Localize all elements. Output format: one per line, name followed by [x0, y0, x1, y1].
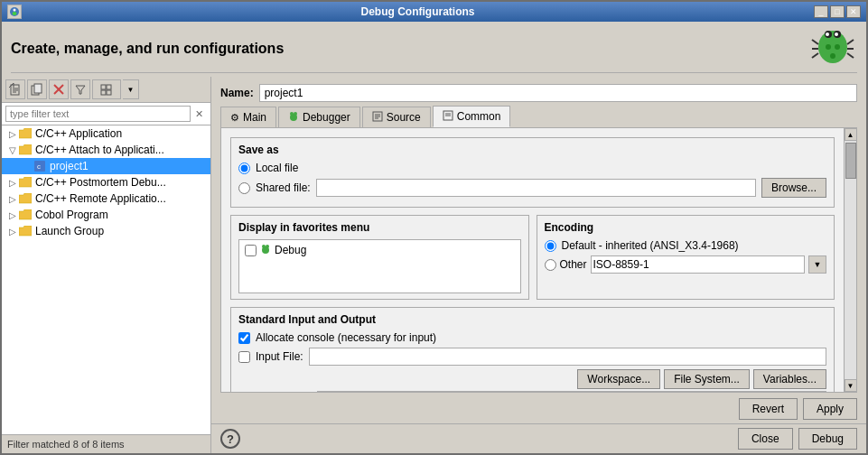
folder-icon-launch-group: [18, 225, 33, 237]
debug-icon-in-list: [260, 244, 271, 256]
favorites-debug-item: Debug: [241, 242, 518, 258]
tabs-bar: ⚙ Main Debugger Source: [211, 106, 866, 127]
window-header: Create, manage, and run configurations: [2, 22, 866, 72]
tree-item-launch-group[interactable]: ▷ Launch Group: [2, 223, 210, 239]
allocate-console-checkbox[interactable]: [238, 332, 250, 344]
tab-debugger[interactable]: Debugger: [278, 107, 360, 127]
tree-toggle-cpp-app[interactable]: ▷: [9, 129, 18, 139]
favorites-list: Debug: [238, 239, 521, 293]
input-filesystem-button[interactable]: File System...: [664, 369, 750, 389]
tree-item-cpp-postmortem[interactable]: ▷ C/C++ Postmortem Debu...: [2, 174, 210, 190]
folder-icon-cobol: [18, 209, 33, 221]
encoding-dropdown-arrow[interactable]: ▼: [808, 255, 826, 274]
window-icon: [7, 5, 22, 19]
folder-icon-cpp-attach: [18, 144, 33, 156]
tab-source[interactable]: Source: [362, 107, 431, 127]
close-button[interactable]: ✕: [846, 5, 861, 18]
svg-line-16: [847, 53, 854, 58]
encoding-other-input[interactable]: [591, 255, 805, 274]
svg-point-38: [290, 112, 294, 116]
duplicate-config-button[interactable]: [27, 79, 47, 99]
form-scroll-wrapper: Save as Local file Shared file: Browse..…: [220, 127, 857, 393]
bottom-right: Close Debug: [738, 428, 857, 450]
shared-file-label: Shared file:: [256, 181, 311, 194]
maximize-button[interactable]: □: [830, 5, 845, 18]
scroll-down-button[interactable]: ▼: [845, 379, 857, 392]
std-io-title: Standard Input and Output: [238, 313, 826, 326]
tab-common[interactable]: Common: [433, 106, 511, 127]
tab-main[interactable]: ⚙ Main: [220, 107, 276, 127]
tab-main-label: Main: [243, 111, 266, 124]
shared-file-radio[interactable]: [238, 182, 250, 194]
filter-input[interactable]: [5, 106, 191, 122]
svg-rect-34: [107, 90, 111, 95]
config-tree: ▷ C/C++ Application ▽ C/C++ Attach to Ap…: [2, 125, 210, 434]
sidebar-footer: Filter matched 8 of 8 items: [2, 434, 210, 453]
help-button[interactable]: ?: [220, 429, 240, 449]
tree-item-cpp-attach[interactable]: ▽ C/C++ Attach to Applicati...: [2, 142, 210, 158]
tree-toggle-cpp-postmortem[interactable]: ▷: [9, 178, 18, 188]
svg-point-18: [835, 44, 840, 50]
favorites-debug-checkbox[interactable]: [245, 245, 257, 256]
scroll-up-button[interactable]: ▲: [845, 128, 857, 141]
encoding-group: Encoding Default - inherited (ANSI_X3.4-…: [537, 215, 835, 300]
collapse-all-button[interactable]: [92, 79, 121, 99]
local-file-label: Local file: [256, 162, 298, 174]
folder-icon-cpp-app: [18, 127, 33, 140]
form-scrollbar[interactable]: ▲ ▼: [845, 127, 857, 393]
new-config-button[interactable]: [5, 79, 25, 99]
output-file-row: Output File:: [238, 391, 826, 393]
title-bar-controls: _ □ ✕: [814, 5, 861, 18]
encoding-other-row: Other ▼: [545, 255, 827, 274]
shared-file-input[interactable]: [316, 179, 756, 197]
filter-config-button[interactable]: [70, 79, 90, 99]
tree-toggle-cobol[interactable]: ▷: [9, 210, 18, 220]
tree-label-cobol: Cobol Program: [35, 209, 108, 221]
close-button[interactable]: Close: [738, 428, 793, 450]
input-workspace-button[interactable]: Workspace...: [577, 369, 660, 389]
debug-button[interactable]: Debug: [798, 428, 857, 450]
encoding-other-radio[interactable]: [545, 259, 556, 271]
tree-toggle-launch-group[interactable]: ▷: [9, 227, 18, 237]
filter-clear-button[interactable]: ✕: [191, 106, 207, 122]
local-file-radio[interactable]: [238, 162, 250, 174]
name-input[interactable]: [259, 84, 857, 102]
tree-item-cpp-app[interactable]: ▷ C/C++ Application: [2, 125, 210, 142]
browse-button[interactable]: Browse...: [761, 178, 826, 198]
svg-rect-31: [101, 85, 106, 89]
window-title: Debug Configurations: [22, 5, 814, 18]
tree-label-launch-group: Launch Group: [35, 225, 104, 237]
tree-item-cpp-remote[interactable]: ▷ C/C++ Remote Applicatio...: [2, 190, 210, 207]
encoding-default-radio[interactable]: [545, 240, 556, 252]
svg-point-49: [266, 245, 269, 248]
input-variables-button[interactable]: Variables...: [753, 369, 826, 389]
more-options-button[interactable]: ▼: [123, 79, 139, 99]
minimize-button[interactable]: _: [814, 5, 828, 18]
name-row: Name:: [211, 77, 866, 106]
encoding-other-label: Other: [560, 258, 587, 271]
two-col-section: Display in favorites menu Debug: [230, 215, 835, 300]
encoding-default-label: Default - inherited (ANSI_X3.4-1968): [562, 239, 739, 252]
shared-file-row: Shared file: Browse...: [238, 178, 826, 198]
revert-button[interactable]: Revert: [739, 398, 798, 420]
input-file-checkbox[interactable]: [238, 351, 250, 363]
svg-text:c: c: [37, 162, 41, 171]
tree-item-project1[interactable]: c project1: [2, 158, 210, 174]
tree-toggle-cpp-remote[interactable]: ▷: [9, 194, 18, 204]
apply-button[interactable]: Apply: [803, 398, 857, 420]
svg-point-17: [826, 44, 831, 50]
tab-debugger-label: Debugger: [303, 111, 350, 124]
delete-config-button[interactable]: [49, 79, 69, 99]
tree-item-cobol[interactable]: ▷ Cobol Program: [2, 207, 210, 223]
input-file-input[interactable]: [309, 348, 826, 366]
tree-label-cpp-postmortem: C/C++ Postmortem Debu...: [35, 176, 166, 189]
scroll-thumb[interactable]: [845, 143, 856, 179]
output-file-input[interactable]: [317, 391, 826, 393]
common-tab-icon: [443, 110, 453, 123]
input-file-row: Input File:: [238, 348, 826, 366]
bug-icon: [808, 22, 857, 70]
save-as-group: Save as Local file Shared file: Browse..…: [230, 137, 835, 208]
bottom-left: ?: [220, 429, 240, 449]
tree-label-project1: project1: [50, 160, 89, 172]
tree-toggle-cpp-attach[interactable]: ▽: [9, 145, 18, 155]
